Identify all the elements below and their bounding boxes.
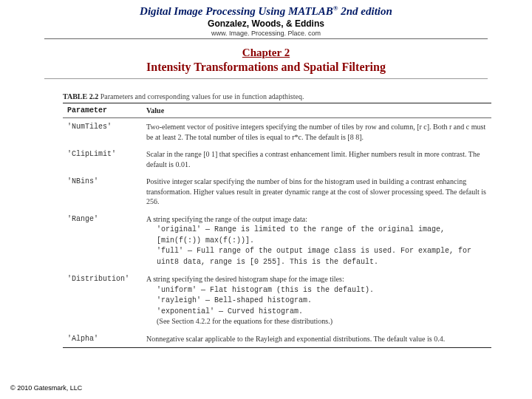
value-line: 'original' — Range is limited to the ran… (157, 225, 445, 233)
value-line: 'rayleigh' — Bell-shaped histogram. (157, 296, 312, 304)
table-label: TABLE 2.2 (63, 92, 98, 100)
param-value: A string specifying the desired histogra… (142, 270, 491, 330)
chapter-number: Chapter 2 (0, 47, 532, 59)
value-line: 'uniform' — Flat histogram (this is the … (157, 286, 374, 294)
param-name: 'Range' (63, 211, 142, 271)
title-post: 2nd edition (338, 5, 392, 17)
header-value: Value (142, 103, 491, 118)
param-name: 'NBins' (63, 173, 142, 211)
copyright: © 2010 Gatesmark, LLC (10, 384, 82, 392)
table-container: TABLE 2.2 Parameters and corresponding v… (63, 92, 491, 348)
param-name: 'Alpha' (63, 330, 142, 348)
parameters-table: Parameter Value 'NumTiles' Two-element v… (63, 103, 491, 348)
header-divider (44, 38, 488, 39)
chapter-title: Intensity Transformations and Spatial Fi… (0, 61, 532, 74)
chapter-heading: Chapter 2 Intensity Transformations and … (0, 47, 532, 74)
page-header: Digital Image Processing Using MATLAB® 2… (0, 0, 532, 37)
value-line: (See Section 4.2.2 for the equations for… (146, 316, 487, 327)
table-row: 'ClipLimit' Scalar in the range [0 1] th… (63, 146, 491, 173)
value-line: 'exponential' — Curved histogram. (157, 307, 303, 316)
value-line: 'full' — Full range of the output image … (157, 247, 471, 266)
value-line: [min(f(:)) max(f(:))]. (157, 236, 254, 245)
table-caption-text: Parameters and corresponding values for … (98, 92, 304, 100)
value-line: A string specifying the range of the out… (146, 215, 307, 223)
table-caption: TABLE 2.2 Parameters and corresponding v… (63, 92, 491, 100)
param-value: Positive integer scalar specifying the n… (142, 173, 491, 211)
param-value: Two-element vector of positive integers … (142, 118, 491, 146)
param-name: 'NumTiles' (63, 118, 142, 146)
table-row: 'Range' A string specifying the range of… (63, 211, 491, 271)
table-row: 'Alpha' Nonnegative scalar applicable to… (63, 330, 491, 348)
table-row: 'NBins' Positive integer scalar specifyi… (63, 173, 491, 211)
table-body: 'NumTiles' Two-element vector of positiv… (63, 118, 491, 348)
param-value: A string specifying the range of the out… (142, 211, 491, 271)
param-name: 'Distribution' (63, 270, 142, 330)
table-row: 'NumTiles' Two-element vector of positiv… (63, 118, 491, 146)
title-pre: Digital Image Processing Using MATLAB (140, 5, 333, 17)
param-value: Nonnegative scalar applicable to the Ray… (142, 330, 491, 348)
value-line: A string specifying the desired histogra… (146, 275, 344, 283)
registered-mark: ® (333, 4, 338, 12)
website: www. Image. Processing. Place. com (0, 30, 532, 37)
table-row: 'Distribution' A string specifying the d… (63, 270, 491, 330)
book-title: Digital Image Processing Using MATLAB® 2… (0, 4, 532, 18)
param-name: 'ClipLimit' (63, 146, 142, 173)
param-value: Scalar in the range [0 1] that specifies… (142, 146, 491, 173)
chapter-divider (44, 78, 488, 79)
authors: Gonzalez, Woods, & Eddins (0, 18, 532, 29)
table-header-row: Parameter Value (63, 103, 491, 118)
header-parameter: Parameter (63, 103, 142, 118)
